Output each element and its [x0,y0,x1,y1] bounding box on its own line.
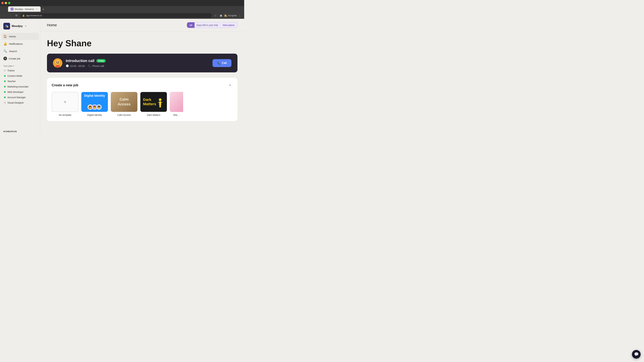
back-button[interactable]: ← [2,13,7,18]
svg-rect-10 [160,105,161,107]
job-dot-marketing [4,86,6,87]
job-label-marketing: Marketing Associate [8,85,28,88]
job-label-teacher: Teacher [8,80,16,83]
sidebar-job-content-writer[interactable]: Content Writer [1,73,40,79]
template-dark-matters[interactable]: DarkMatters [140,92,167,116]
main-content: Home 14 Days left in your trial View pla… [40,19,244,137]
content-area: Hey Shane [40,31,244,137]
svg-rect-9 [159,105,160,107]
window-maximize-btn[interactable] [8,2,10,4]
reader-view-btn[interactable]: ▣ [218,13,223,18]
job-dot-trainer [4,70,6,71]
sidebar-item-home[interactable]: 🏠 Home [1,33,39,40]
intro-call-card: Introduction call Today 🕐 23:45 - 00:00 … [47,54,238,72]
org-name: Moodjoy [12,25,23,28]
browser-window-controls [0,0,244,6]
job-dot-content-writer [4,75,6,77]
create-job-button[interactable]: + Create job [1,55,39,62]
digital-identity-text: Digital Identity [84,94,105,98]
trial-count: 14 [187,22,194,28]
org-header[interactable]: 🎭 Moodjoy ▾ [0,21,40,33]
sidebar-job-teacher[interactable]: Teacher [1,79,40,84]
today-badge: Today [96,59,106,62]
svg-point-3 [58,62,59,62]
active-tab[interactable]: M Moodjoy - Homerun × [8,6,40,12]
top-header: Home 14 Days left in your trial View pla… [40,19,244,31]
sidebar: 🎭 Moodjoy ▾ 🏠 Home 🔔 Notifications 🔍 Sea… [0,19,40,137]
template-no-template[interactable]: + No template [52,92,78,116]
phone-icon: 📞 [88,64,91,67]
template-partial[interactable]: Rac... [170,92,183,116]
close-create-job-button[interactable]: × [228,82,233,88]
forward-button[interactable]: → [8,13,13,18]
home-icon: 🏠 [3,34,7,38]
plus-icon: + [3,57,7,60]
sidebar-job-account-manager[interactable]: Account Manager [1,95,40,100]
no-template-box: + [52,92,78,112]
job-dot-teacher [4,80,6,82]
call-phone-icon: 📞 [217,61,220,65]
search-label: Search [9,50,17,53]
sidebar-job-web-developer[interactable]: Web Developer [1,89,40,95]
window-minimize-btn[interactable] [5,2,7,4]
menu-btn[interactable]: ⋮ [238,13,242,18]
calm-access-label: Calm Access [111,114,138,116]
reload-button[interactable]: ↻ [14,13,19,18]
sidebar-job-marketing-associate[interactable]: Marketing Associate [1,84,40,89]
tab-bar: M Moodjoy - Homerun × + [0,6,244,12]
job-label-visual-designer: Visual Designer [8,101,24,104]
jobs-section-header: Your jobs ▾ [0,63,40,68]
svg-rect-6 [159,101,161,105]
sidebar-item-notifications[interactable]: 🔔 Notifications [1,40,39,47]
org-chevron-icon: ▾ [25,25,26,27]
bell-icon: 🔔 [3,42,7,45]
page-title: Home [47,23,57,27]
address-bar[interactable]: 🔒 app.homerun.co [20,13,212,18]
view-plans-link[interactable]: View plans [220,22,237,28]
sidebar-job-visual-designer[interactable]: Visual Designer [1,100,40,105]
bookmark-btn[interactable]: ☆ [213,13,218,18]
dark-matters-figure [156,96,164,108]
clock-icon: 🕐 [66,64,69,67]
svg-point-5 [159,98,162,101]
call-type: 📞 Phone call [88,64,104,67]
calm-access-image: CalmAccess [111,92,137,112]
calm-access-text: CalmAccess [118,97,130,107]
template-calm-access[interactable]: CalmAccess Calm Access [111,92,138,116]
job-dot-account-manager [4,96,6,98]
svg-rect-7 [158,102,159,103]
trial-badge: 14 Days left in your trial View plans [187,22,238,28]
call-button[interactable]: 📞 Call [212,59,232,67]
svg-rect-8 [161,102,162,103]
dark-matters-label: Dark Matters [140,114,167,116]
dark-matters-text: DarkMatters [143,97,156,106]
search-icon: 🔍 [3,49,7,53]
org-logo: 🎭 [3,23,10,29]
create-job-section: Create a new job × + No template Digital… [47,78,238,121]
tab-favicon: M [11,8,14,10]
window-close-btn[interactable] [1,2,4,4]
template-digital-identity[interactable]: Digital Identity 👩 👨 👦 Digital Identity [81,92,108,116]
create-job-header: Create a new job × [52,82,233,88]
tab-close-btn[interactable]: × [35,8,38,10]
svg-point-1 [55,60,60,65]
create-job-label: Create job [9,57,20,60]
sidebar-item-search[interactable]: 🔍 Search [1,48,39,55]
templates-grid: + No template Digital Identity 👩 👨 👦 [52,92,233,116]
digital-identity-label: Digital Identity [81,114,108,116]
new-tab-button[interactable]: + [41,7,46,12]
job-label-account-manager: Account Manager [8,96,26,99]
svg-point-2 [56,62,57,62]
call-time: 🕐 23:45 - 00:00 [66,64,85,67]
job-dot-web-dev [4,91,6,93]
homerun-logo: HOMERUN [0,128,40,134]
url-display: app.homerun.co [26,14,42,17]
notifications-label: Notifications [9,42,23,45]
no-template-label: No template [52,114,78,116]
call-title: Introduction call [66,59,94,63]
call-avatar [53,58,62,68]
job-label-web-dev: Web Developer [8,91,24,93]
partial-label: Rac... [170,114,183,116]
home-label: Home [9,35,16,38]
sidebar-job-trainer[interactable]: Trainer [1,68,40,73]
